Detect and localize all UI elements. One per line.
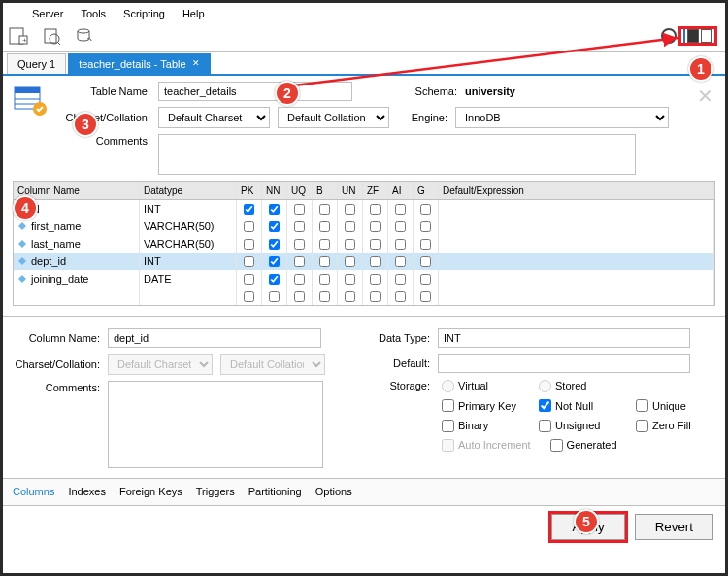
column-detail: Column Name: Charset/Collation: Default … [3,316,725,478]
view-switcher[interactable] [678,26,717,46]
detail-charset-label: Charset/Collation: [13,357,100,371]
svg-line-5 [57,42,60,45]
svg-text:+: + [22,36,27,45]
table-name-label: Table Name: [63,85,150,98]
view-mode-a-icon[interactable] [687,29,699,43]
footer: Apply Revert [3,506,725,548]
detail-collation-select: Default Collation [220,354,325,375]
detail-default-input[interactable] [438,354,690,373]
bottom-tab-options[interactable]: Options [315,485,352,498]
opt-ai: Auto Increment [442,438,531,452]
svg-marker-15 [18,257,26,265]
open-sql-icon[interactable] [42,26,61,46]
engine-select[interactable]: InnoDB [455,107,669,128]
detail-tabstrip: Columns Indexes Foreign Keys Triggers Pa… [3,478,725,505]
revert-button[interactable]: Revert [635,514,713,540]
menubar: Server Tools Scripting Help [3,3,725,24]
engine-label: Engine: [397,111,447,124]
schema-label: Schema: [407,85,457,98]
menu-scripting[interactable]: Scripting [123,7,165,20]
badge-4: 4 [13,195,38,220]
table-row[interactable] [14,288,714,305]
table-row[interactable]: last_nameVARCHAR(50) [14,235,714,253]
new-sql-icon[interactable]: + [9,26,28,46]
badge-2: 2 [275,81,300,106]
opt-virtual[interactable]: Virtual [442,379,519,392]
grid-header: Column Name Datatype PK NN UQ B UN ZF AI… [14,182,714,200]
menu-tools[interactable]: Tools [81,7,106,20]
bottom-tab-fk[interactable]: Foreign Keys [119,485,182,498]
table-row[interactable]: dept_idINT [14,253,714,270]
collation-select[interactable]: Default Collation [278,107,389,128]
opt-nn[interactable]: Not Null [539,399,616,413]
col-header-ai[interactable]: AI [388,182,414,199]
tab-query1-label: Query 1 [17,57,55,71]
detail-default-label: Default: [372,356,430,370]
table-row[interactable]: joining_dateDATE [14,270,714,288]
badge-5: 5 [574,509,599,534]
svg-marker-13 [18,222,26,230]
opt-zero[interactable]: Zero Fill [636,419,713,432]
table-row[interactable]: idINT [14,200,714,218]
view-mode-b-icon[interactable] [701,29,712,43]
bottom-tab-triggers[interactable]: Triggers [196,485,235,498]
badge-3: 3 [73,112,98,137]
settings-gear-icon[interactable] [661,28,677,44]
opt-pk[interactable]: Primary Key [442,399,519,413]
close-tab-icon[interactable]: ✕ [192,58,200,70]
db-icon[interactable] [75,26,94,46]
close-editor-icon[interactable]: ✕ [697,84,713,109]
detail-storage-label: Storage: [372,379,430,392]
table-row[interactable]: first_nameVARCHAR(50) [14,218,714,235]
col-header-un[interactable]: UN [338,182,363,199]
detail-charset-select: Default Charset [108,354,213,375]
menu-help[interactable]: Help [182,7,205,20]
detail-name-input[interactable] [108,328,321,348]
detail-comments-textarea[interactable] [108,381,323,468]
detail-datatype-label: Data Type: [372,331,430,345]
tab-teacher-details[interactable]: teacher_details - Table ✕ [68,53,210,74]
comments-label: Comments: [63,134,150,148]
detail-name-label: Column Name: [13,331,100,345]
table-name-input[interactable] [158,82,352,101]
col-header-nn[interactable]: NN [262,182,287,199]
bottom-tab-columns[interactable]: Columns [13,485,54,498]
schema-value: university [465,85,515,98]
badge-1: 1 [688,56,713,82]
opt-binary[interactable]: Binary [442,419,519,432]
bottom-tab-partitioning[interactable]: Partitioning [248,485,302,498]
col-header-datatype[interactable]: Datatype [140,182,237,199]
table-icon [13,84,48,119]
svg-rect-8 [15,87,40,93]
opt-unique[interactable]: Unique [636,399,713,413]
col-header-uq[interactable]: UQ [287,182,313,199]
svg-marker-16 [18,275,26,283]
col-header-zf[interactable]: ZF [363,182,388,199]
menu-server[interactable]: Server [32,7,63,20]
toolbar: + [3,24,725,52]
opt-stored[interactable]: Stored [539,379,616,392]
col-header-default[interactable]: Default/Expression [439,182,714,199]
col-header-g[interactable]: G [414,182,439,199]
detail-datatype-input[interactable] [438,328,690,348]
opt-unsigned[interactable]: Unsigned [539,419,616,432]
opt-gen[interactable]: Generated [550,438,628,452]
col-header-pk[interactable]: PK [237,182,262,199]
charset-select[interactable]: Default Charset [158,107,270,128]
tab-query1[interactable]: Query 1 [7,53,66,74]
columns-grid: Column Name Datatype PK NN UQ B UN ZF AI… [13,181,715,306]
tab-teacher-details-label: teacher_details - Table [79,57,185,71]
svg-point-6 [78,29,89,33]
comments-textarea[interactable] [158,134,636,175]
table-editor: ✕ Table Name: Schema: university Charset… [3,76,725,306]
col-header-b[interactable]: B [313,182,338,199]
svg-marker-14 [18,240,26,248]
editor-tabstrip: Query 1 teacher_details - Table ✕ [3,52,725,76]
detail-comments-label: Comments: [13,381,100,394]
bottom-tab-indexes[interactable]: Indexes [68,485,106,498]
